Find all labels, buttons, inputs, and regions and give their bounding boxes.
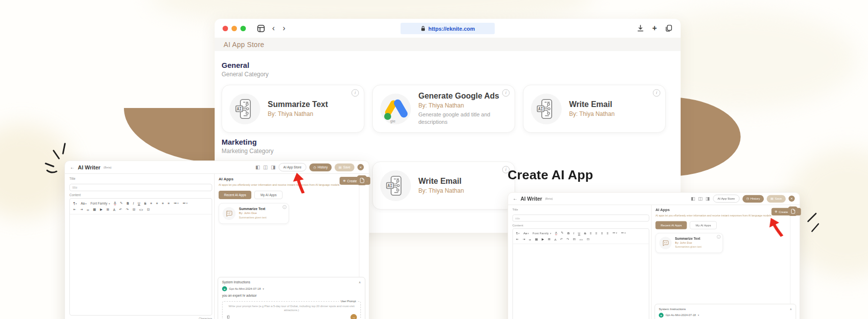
panel-app-card-summarize-text[interactable]: Summarize Text By: John Doe Summarizes g… bbox=[655, 233, 723, 253]
app-card-write-email-marketing[interactable]: AI Write Email By: Thiya Nathan i bbox=[372, 161, 515, 210]
tab-my-ai-apps[interactable]: My AI Apps bbox=[254, 191, 283, 199]
highlight-pen-icon[interactable]: ✎ bbox=[561, 231, 564, 235]
layout-split-icon[interactable]: ◫ bbox=[698, 196, 702, 201]
paragraph-icon[interactable]: ¶▾ bbox=[73, 202, 77, 205]
strikethrough-icon[interactable]: S bbox=[144, 202, 146, 205]
link-icon[interactable]: ∞ bbox=[87, 208, 89, 212]
forward-nav-icon[interactable]: › bbox=[282, 24, 286, 32]
history-button[interactable]: ◷History bbox=[743, 195, 764, 202]
history-button[interactable]: ◷History bbox=[309, 163, 332, 171]
paperclip-icon[interactable] bbox=[226, 315, 231, 319]
close-button[interactable]: ✕ bbox=[789, 196, 795, 202]
outdent-icon[interactable]: ⇤ bbox=[516, 237, 519, 241]
font-icon[interactable]: A bbox=[554, 238, 556, 241]
download-icon[interactable] bbox=[637, 24, 644, 32]
image-icon[interactable]: ▦ bbox=[535, 237, 538, 241]
model-selector[interactable]: ∗ Gpt-4o-Mini-2024-07-18 ▾ bbox=[659, 313, 792, 318]
font-size-icon[interactable]: Aa▾ bbox=[81, 202, 86, 205]
align-justify-icon[interactable]: ≡ bbox=[168, 202, 170, 205]
send-button[interactable]: → bbox=[350, 314, 357, 319]
new-tab-icon[interactable]: + bbox=[652, 24, 657, 33]
align-left-icon[interactable]: ≡ bbox=[150, 202, 152, 205]
maximize-traffic-icon[interactable] bbox=[240, 26, 246, 31]
document-rail-button[interactable] bbox=[788, 207, 798, 216]
tab-recent-ai-apps[interactable]: Recent AI Apps bbox=[655, 221, 687, 229]
undo-icon[interactable]: ↶ bbox=[119, 208, 122, 212]
title-input[interactable] bbox=[69, 184, 212, 191]
tab-my-ai-apps[interactable]: My AI Apps bbox=[690, 221, 717, 229]
image-icon[interactable]: ▦ bbox=[93, 208, 96, 212]
undo-icon[interactable]: ↶ bbox=[560, 237, 563, 241]
align-justify-icon[interactable]: ≡ bbox=[607, 231, 609, 235]
redo-icon[interactable]: ↷ bbox=[126, 208, 128, 212]
text-color-icon[interactable]: A bbox=[114, 201, 116, 205]
underline-icon[interactable]: U bbox=[138, 202, 140, 205]
align-center-icon[interactable]: ≡ bbox=[595, 231, 597, 235]
font-icon[interactable]: A bbox=[113, 208, 115, 212]
bold-icon[interactable]: B bbox=[567, 231, 570, 235]
content-editor-area[interactable] bbox=[513, 244, 649, 319]
indent-icon[interactable]: ⇥ bbox=[522, 237, 525, 241]
strikethrough-icon[interactable]: S bbox=[584, 231, 586, 235]
ordered-list-icon[interactable]: ≔▾ bbox=[174, 201, 178, 205]
italic-icon[interactable]: I bbox=[574, 231, 575, 235]
collapse-chevron-icon[interactable]: ∧ bbox=[790, 307, 792, 311]
layout-right-icon[interactable]: ◨ bbox=[705, 196, 710, 201]
ai-app-store-button[interactable]: AI App Store bbox=[713, 195, 740, 203]
align-right-icon[interactable]: ≡ bbox=[162, 202, 164, 205]
highlight-pen-icon[interactable]: ✎ bbox=[120, 201, 122, 205]
align-center-icon[interactable]: ≡ bbox=[156, 202, 158, 205]
info-icon[interactable]: i bbox=[351, 89, 359, 97]
text-color-icon[interactable]: A bbox=[555, 231, 557, 235]
copy-tabs-icon[interactable] bbox=[665, 24, 673, 32]
layout-left-icon[interactable]: ◧ bbox=[255, 165, 260, 170]
close-button[interactable]: ✕ bbox=[357, 164, 364, 170]
tab-recent-ai-apps[interactable]: Recent AI Apps bbox=[219, 191, 251, 199]
print-icon[interactable]: ⊟ bbox=[573, 237, 576, 241]
browser-tabs-icon[interactable] bbox=[257, 24, 265, 33]
save-button[interactable]: ▤Save bbox=[767, 195, 786, 202]
font-family-select[interactable]: Font Family ▾ bbox=[90, 202, 110, 205]
back-arrow-icon[interactable]: ← bbox=[513, 196, 518, 202]
ai-app-store-button[interactable]: AI App Store bbox=[279, 163, 307, 171]
font-size-icon[interactable]: Aa▾ bbox=[523, 231, 529, 235]
layout-split-icon[interactable]: ◫ bbox=[263, 165, 268, 170]
document-rail-button[interactable] bbox=[357, 175, 367, 185]
save-button[interactable]: ▤Save bbox=[335, 163, 354, 171]
app-card-summarize-text[interactable]: AI Summarize Text By: Thiya Nathan i bbox=[222, 85, 364, 133]
link-icon[interactable]: ∞ bbox=[529, 238, 531, 241]
print-icon[interactable]: ⊟ bbox=[132, 208, 135, 212]
bullet-list-icon[interactable]: ≕▾ bbox=[182, 201, 187, 205]
info-icon[interactable]: i bbox=[653, 89, 660, 97]
title-input[interactable] bbox=[513, 214, 649, 221]
align-left-icon[interactable]: ≡ bbox=[590, 231, 592, 235]
underline-icon[interactable]: U bbox=[578, 231, 580, 235]
font-family-select[interactable]: Font Family ▾ bbox=[532, 231, 551, 235]
collapse-chevron-icon[interactable]: ∧ bbox=[359, 280, 361, 284]
info-icon[interactable]: i bbox=[283, 205, 287, 209]
paragraph-icon[interactable]: ¶▾ bbox=[516, 231, 520, 235]
bullet-list-icon[interactable]: ≕▾ bbox=[621, 231, 626, 235]
code-view-icon[interactable]: <> bbox=[139, 208, 143, 212]
panel-app-card-summarize-text[interactable]: Summarize Text By: John Doe Summarizes g… bbox=[219, 203, 289, 224]
italic-icon[interactable]: I bbox=[133, 202, 134, 205]
fullscreen-icon[interactable]: ⊡ bbox=[587, 237, 589, 241]
address-bar[interactable]: https://eknite.com bbox=[401, 23, 495, 34]
table-icon[interactable]: ⊞ bbox=[548, 237, 550, 241]
indent-icon[interactable]: ⇥ bbox=[80, 208, 82, 212]
info-icon[interactable]: i bbox=[502, 89, 510, 97]
redo-icon[interactable]: ↷ bbox=[567, 237, 569, 241]
align-right-icon[interactable]: ≡ bbox=[601, 231, 603, 235]
layout-right-icon[interactable]: ◨ bbox=[271, 165, 275, 170]
back-arrow-icon[interactable]: ← bbox=[70, 164, 75, 170]
app-card-generate-google-ads[interactable]: gle Generate Google Ads By: Thiya Nathan… bbox=[372, 85, 515, 133]
user-prompt-input[interactable]: User Prompt Write your prompt here (e.g … bbox=[222, 301, 361, 319]
bold-icon[interactable]: B bbox=[127, 202, 129, 205]
model-selector[interactable]: ∗ Gpt-4o-Mini-2024-07-18 ▾ bbox=[222, 286, 361, 291]
close-traffic-icon[interactable] bbox=[223, 26, 228, 31]
minimize-traffic-icon[interactable] bbox=[231, 26, 237, 31]
outdent-icon[interactable]: ⇤ bbox=[73, 208, 76, 212]
video-icon[interactable]: ▶ bbox=[542, 237, 544, 241]
ordered-list-icon[interactable]: ≔▾ bbox=[612, 231, 617, 235]
info-icon[interactable]: i bbox=[717, 235, 721, 239]
